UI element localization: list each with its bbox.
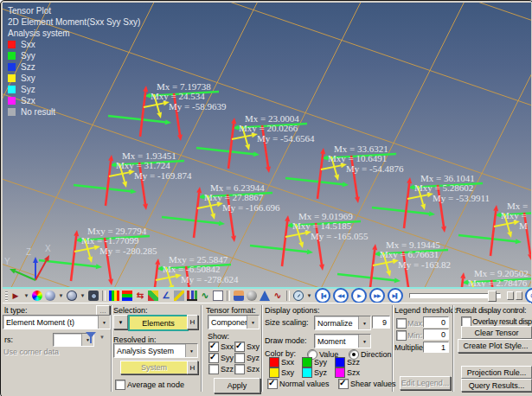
filter-funnel-icon[interactable]: [86, 332, 96, 338]
filter-caret-icon[interactable]: ▼: [99, 335, 105, 340]
direction-color-label: Sxy: [281, 368, 294, 377]
min-input[interactable]: 0: [423, 329, 449, 340]
size-scaling-input[interactable]: 9: [372, 316, 390, 329]
select-arrow-icon[interactable]: [10, 291, 21, 301]
resolved-in-dropdown[interactable]: Analysis System▼: [113, 343, 198, 358]
panel-separator: [261, 305, 263, 392]
animation-speed-slider[interactable]: [409, 293, 501, 298]
chevron-down-icon[interactable]: ▼: [247, 316, 259, 329]
iso-plot-icon[interactable]: [122, 291, 132, 301]
wireframe-sphere-icon[interactable]: [67, 291, 77, 301]
legend-item-label: Szz: [21, 61, 35, 73]
system-collector-reset-button[interactable]: H: [187, 361, 198, 374]
legend-color-swatch: [8, 86, 16, 93]
corner-data-label: Use corner data: [3, 348, 59, 356]
show-syy-checkbox[interactable]: [208, 353, 219, 363]
elements-collector-reset-button[interactable]: H: [187, 315, 198, 329]
first-frame-button[interactable]: ▐◀: [315, 288, 330, 303]
frame-step-marks[interactable]: [507, 291, 522, 300]
animation-settings-button[interactable]: ✳: [525, 288, 532, 303]
slider-handle[interactable]: [488, 291, 497, 302]
caret-icon[interactable]: [58, 291, 64, 301]
average-at-node-checkbox[interactable]: [115, 380, 125, 390]
edit-legend-button[interactable]: Edit Legend...: [400, 376, 451, 390]
contour-plot-icon[interactable]: [109, 291, 119, 301]
chevron-down-icon[interactable]: ▼: [185, 344, 197, 357]
draw-mode-dropdown[interactable]: Moment▼: [314, 334, 371, 348]
show-szx-checkbox[interactable]: [234, 364, 245, 374]
legend-item-label: Syy: [21, 50, 35, 61]
caret-icon[interactable]: [80, 291, 86, 301]
result-legend: Tensor Plot 2D Element Moment(Sxx Syy Sx…: [8, 5, 140, 118]
caret-icon[interactable]: [23, 291, 29, 301]
rewind-button[interactable]: ◀◀: [333, 288, 349, 303]
show-sxy-checkbox[interactable]: [234, 342, 245, 352]
section-cut-icon[interactable]: [174, 291, 184, 301]
tensor-value-label: Mx = -6.50842: [163, 264, 220, 274]
play-button[interactable]: ▶: [351, 288, 367, 303]
chevron-down-icon[interactable]: ▼: [358, 335, 370, 348]
tensor-plot-window: Mx = 7.19738Mxy = 24.534My = -58.9639Mx …: [0, 0, 532, 396]
system-collector-button[interactable]: System: [120, 361, 188, 374]
result-type-dropdown[interactable]: Element Moment (t)▼: [3, 315, 111, 329]
max-input[interactable]: 0: [423, 316, 449, 328]
show-syz-checkbox[interactable]: [234, 353, 245, 363]
size-scaling-dropdown[interactable]: Normalize▼: [314, 316, 371, 330]
measures-icon[interactable]: [161, 291, 171, 301]
legend-item: Syy: [8, 50, 140, 61]
direction-color-label: Szz: [347, 358, 360, 367]
min-checkbox[interactable]: [396, 330, 407, 341]
legend-item-label: No result: [21, 106, 55, 118]
tracking-icon[interactable]: [200, 291, 210, 301]
display-options-label: Display options:: [265, 306, 320, 315]
fit-curve-icon[interactable]: [272, 291, 283, 301]
show-szz-checkbox[interactable]: [208, 364, 219, 374]
direction-color-label: Syy: [314, 358, 327, 367]
notes-icon[interactable]: [213, 291, 223, 301]
query-results-button[interactable]: Query Results...: [461, 379, 532, 392]
tensor-format-dropdown[interactable]: Component▼: [208, 315, 260, 329]
shaded-sphere-icon[interactable]: [45, 291, 55, 301]
apply-button[interactable]: Apply: [214, 378, 260, 393]
animation-clock-icon[interactable]: [293, 291, 304, 301]
color-by-direction-label: Direction: [361, 350, 392, 359]
shear-values-label: Shear values: [350, 380, 396, 388]
toolbar-separator: [227, 291, 230, 301]
fast-forward-button[interactable]: ▶▶: [369, 288, 385, 303]
vector-plot-icon[interactable]: [135, 291, 145, 301]
multiplier-input[interactable]: 1: [423, 342, 449, 353]
show-sxx-checkbox[interactable]: [208, 342, 219, 352]
chevron-down-icon[interactable]: ▼: [358, 316, 370, 329]
elements-collector-button[interactable]: Elements: [128, 315, 189, 331]
layers-label: rs:: [4, 335, 13, 344]
shear-values-checkbox[interactable]: [338, 379, 349, 389]
clear-tensor-button[interactable]: Clear Tensor: [461, 326, 532, 339]
cone-icon[interactable]: [260, 291, 270, 301]
camera-icon[interactable]: [88, 291, 99, 301]
max-checkbox[interactable]: [396, 318, 407, 329]
caret-icon[interactable]: [306, 291, 312, 301]
create-plot-style-button[interactable]: Create Plot Style...: [458, 339, 532, 353]
legend-threshold-label: Legend threshold:: [394, 306, 457, 315]
projection-rule-button[interactable]: Projection Rule...: [461, 366, 532, 379]
color-wheel-icon[interactable]: [32, 291, 42, 301]
toolbar-separator: [102, 291, 106, 301]
selection-mode-caret-button[interactable]: ▼: [113, 315, 128, 329]
show-sxx-label: Sxx: [221, 342, 234, 351]
build-plots-icon[interactable]: [187, 291, 197, 301]
show-syz-label: Syz: [247, 354, 260, 362]
entity-attributes-icon[interactable]: [234, 291, 244, 301]
tensor-value-label: My = -165.055: [311, 231, 369, 241]
mask-sphere-icon[interactable]: [247, 291, 257, 301]
tensor-plot-icon[interactable]: [148, 291, 158, 301]
legend-item-label: Syz: [21, 84, 35, 95]
toolbar-grip: [5, 291, 8, 301]
overlay-result-label: Overlay result display: [472, 317, 532, 326]
last-frame-button[interactable]: ▶▌: [388, 288, 403, 303]
normal-values-checkbox[interactable]: [267, 379, 278, 389]
3d-viewport[interactable]: Mx = 7.19738Mxy = 24.534My = -58.9639Mx …: [3, 3, 531, 289]
tensor-value-label: My = -163.82: [398, 259, 451, 270]
chevron-down-icon[interactable]: ▼: [98, 316, 110, 329]
tensor-value-label: My = -53.9911: [433, 193, 490, 203]
direction-color-szx: [335, 367, 345, 378]
